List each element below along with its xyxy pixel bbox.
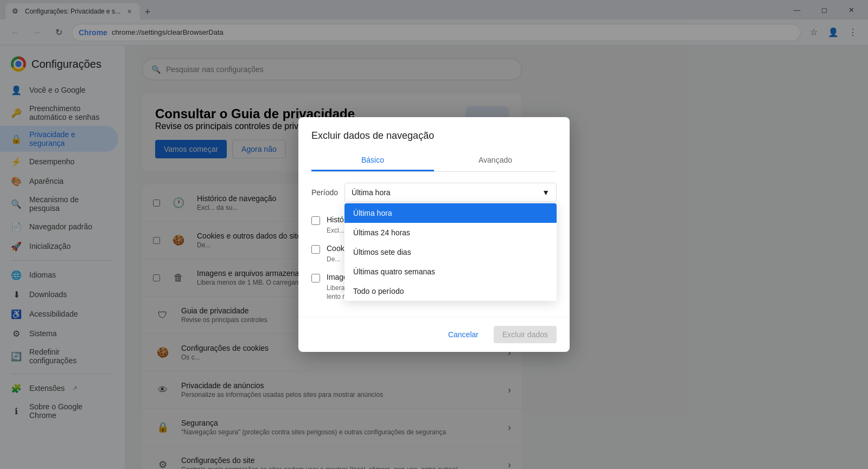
option-todo[interactable]: Todo o período [344,281,557,301]
dialog-body: Período Última hora ▼ Última hora Última… [298,172,570,317]
dialog-cookies-checkbox[interactable] [311,245,320,254]
option-ultimas-4s[interactable]: Últimas quatro semanas [344,262,557,281]
dialog-historico-checkbox[interactable] [311,216,320,225]
dialog-tab-advanced[interactable]: Avançado [434,150,557,171]
option-ultima-hora[interactable]: Última hora [344,203,557,223]
delete-button[interactable]: Excluir dados [494,326,557,343]
period-dropdown: Última hora Últimas 24 horas Últimos set… [344,203,557,301]
dialog-overlay[interactable]: Excluir dados de navegação Básico Avança… [0,0,868,469]
clear-data-dialog: Excluir dados de navegação Básico Avança… [298,117,570,352]
dialog-tabs: Básico Avançado [311,150,557,172]
dropdown-chevron-icon: ▼ [542,188,550,197]
period-select: Última hora ▼ Última hora Últimas 24 hor… [344,183,557,202]
dialog-cache-checkbox[interactable] [311,274,320,282]
option-ultimos-7[interactable]: Últimos sete dias [344,242,557,262]
dialog-tab-basic[interactable]: Básico [311,150,434,171]
period-selected-value: Última hora [352,188,391,197]
period-select-button[interactable]: Última hora ▼ [344,183,557,202]
option-ultimas-24[interactable]: Últimas 24 horas [344,223,557,242]
dialog-title: Excluir dados de navegação [298,117,570,142]
dialog-footer: Cancelar Excluir dados [298,317,570,352]
cancel-button[interactable]: Cancelar [439,326,487,343]
period-row: Período Última hora ▼ Última hora Última… [311,183,557,202]
period-label: Período [311,188,338,197]
